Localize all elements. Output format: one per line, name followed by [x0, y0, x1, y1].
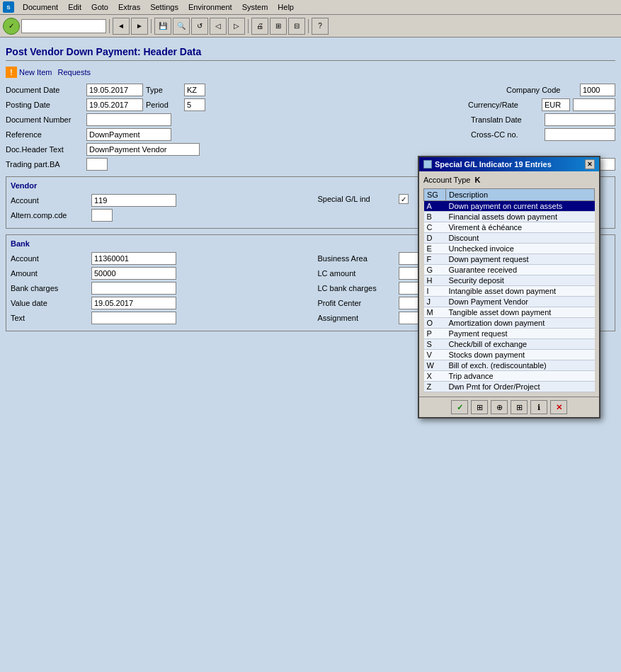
- other-btn[interactable]: ⊟: [288, 18, 305, 35]
- modal-confirm-btn[interactable]: ✓: [451, 400, 468, 414]
- modal-cancel-btn[interactable]: ✕: [550, 400, 567, 414]
- vendor-account-input[interactable]: [91, 194, 176, 207]
- table-row[interactable]: HSecurity deposit: [424, 275, 595, 286]
- table-row[interactable]: VStocks down payment: [424, 350, 595, 360]
- table-row[interactable]: BFinancial assets down payment: [424, 212, 595, 222]
- text-label: Text: [11, 314, 89, 322]
- cross-cc-input[interactable]: [545, 128, 615, 141]
- table-row[interactable]: CVirement à échéance: [424, 222, 595, 233]
- value-date-label: Value date: [11, 299, 89, 307]
- translatn-date-input[interactable]: [545, 113, 615, 126]
- new-item-icon: !: [6, 67, 17, 78]
- lc-amount-label: LC amount: [318, 269, 396, 278]
- back-btn[interactable]: ◄: [113, 18, 130, 35]
- rate-input[interactable]: [573, 98, 615, 111]
- sg-cell: I: [424, 286, 446, 297]
- table-row[interactable]: PPayment request: [424, 329, 595, 339]
- new-item-label: New Item: [19, 68, 52, 76]
- description-cell: Dwn Pmt for Order/Project: [445, 382, 594, 392]
- document-number-input[interactable]: [86, 113, 171, 126]
- menu-environment[interactable]: Environment: [184, 1, 237, 13]
- find-btn[interactable]: 🔍: [173, 18, 190, 35]
- document-number-label: Document Number: [6, 115, 84, 124]
- menu-help[interactable]: Help: [273, 1, 298, 13]
- table-row[interactable]: XTrip advance: [424, 371, 595, 382]
- command-input[interactable]: [21, 19, 106, 33]
- document-date-input[interactable]: [86, 84, 143, 96]
- table-row[interactable]: SCheck/bill of exchange: [424, 339, 595, 350]
- account-type-row: Account Type K: [423, 176, 595, 184]
- sg-cell: S: [424, 339, 446, 350]
- modal-close-btn[interactable]: ✕: [585, 159, 595, 169]
- table-row[interactable]: OAmortization down payment: [424, 318, 595, 329]
- description-cell: Down payment on current assets: [445, 201, 594, 212]
- table-row[interactable]: MTangible asset down payment: [424, 307, 595, 318]
- modal-filter-btn[interactable]: ⊞: [471, 400, 488, 414]
- forward-btn[interactable]: ►: [131, 18, 148, 35]
- altern-comp-input[interactable]: [91, 209, 113, 222]
- value-date-input[interactable]: [91, 297, 176, 309]
- page-title: Post Vendor Down Payment: Header Data: [6, 43, 615, 61]
- bank-account-input[interactable]: [91, 252, 176, 265]
- bank-charges-input[interactable]: [91, 282, 176, 295]
- table-row[interactable]: ADown payment on current assets: [424, 201, 595, 212]
- description-cell: Payment request: [445, 329, 594, 339]
- table-row[interactable]: GGuarantee received: [424, 265, 595, 275]
- table-row[interactable]: FDown payment request: [424, 254, 595, 265]
- vendor-account-row: Account: [11, 194, 304, 207]
- menu-document[interactable]: Document: [18, 1, 62, 13]
- modal-icon: [423, 160, 432, 169]
- sg-indicator-table: SG Description ADown payment on current …: [423, 188, 595, 392]
- trading-part-input[interactable]: [86, 158, 108, 171]
- account-type-label: Account Type: [423, 176, 470, 184]
- special-gl-checkbox[interactable]: ✓: [399, 194, 409, 204]
- sep1: [109, 19, 110, 33]
- modal-search-btn[interactable]: ⊕: [491, 400, 508, 414]
- row-posting-date: Posting Date Period Currency/Rate: [6, 98, 615, 111]
- text-input[interactable]: [91, 312, 176, 324]
- nav-fwd-btn[interactable]: ▷: [228, 18, 245, 35]
- account-type-value: K: [474, 176, 480, 184]
- modal-body: Account Type K SG Description ADown paym…: [419, 171, 599, 397]
- business-area-label: Business Area: [318, 254, 396, 263]
- menu-goto[interactable]: Goto: [87, 1, 113, 13]
- company-code-label: Company Code: [506, 86, 577, 94]
- sep4: [308, 19, 309, 33]
- amount-input[interactable]: [91, 267, 176, 280]
- modal-info-btn[interactable]: ℹ: [530, 400, 547, 414]
- new-item-btn[interactable]: ! New Item: [6, 67, 52, 78]
- help-btn[interactable]: ?: [312, 18, 329, 35]
- menu-edit[interactable]: Edit: [64, 1, 86, 13]
- posting-date-input[interactable]: [86, 98, 143, 111]
- table-row[interactable]: EUnchecked invoice: [424, 244, 595, 254]
- menu-system[interactable]: System: [238, 1, 273, 13]
- requests-label: Requests: [57, 68, 90, 76]
- save-btn[interactable]: 💾: [154, 18, 171, 35]
- sg-cell: J: [424, 297, 446, 307]
- altern-comp-row: Altern.comp.cde: [11, 209, 304, 222]
- translatn-date-label: Translatn Date: [471, 115, 542, 124]
- print-btn[interactable]: 🖨: [251, 18, 268, 35]
- table-row[interactable]: JDown Payment Vendor: [424, 297, 595, 307]
- reference-input[interactable]: [86, 128, 171, 141]
- menu-settings[interactable]: Settings: [146, 1, 183, 13]
- table-row[interactable]: WBill of exch. (rediscountable): [424, 360, 595, 371]
- nav-back-btn[interactable]: ◁: [210, 18, 227, 35]
- menu-extras[interactable]: Extras: [114, 1, 144, 13]
- table-row[interactable]: IIntangible asset down payment: [424, 286, 595, 297]
- modal-grid-btn[interactable]: ⊞: [511, 400, 528, 414]
- sg-cell: E: [424, 244, 446, 254]
- check-btn[interactable]: ✓: [3, 18, 20, 35]
- doc-header-text-input[interactable]: [86, 143, 200, 156]
- description-cell: Amortization down payment: [445, 318, 594, 329]
- period-input[interactable]: [184, 98, 205, 111]
- vendor-account-label: Account: [11, 196, 89, 205]
- refresh-btn[interactable]: ↺: [191, 18, 208, 35]
- company-code-input[interactable]: [580, 84, 615, 96]
- table-row[interactable]: DDiscount: [424, 233, 595, 244]
- requests-btn[interactable]: Requests: [57, 68, 90, 76]
- currency-input[interactable]: [542, 98, 570, 111]
- table-row[interactable]: ZDwn Pmt for Order/Project: [424, 382, 595, 392]
- next-btn[interactable]: ⊞: [270, 18, 287, 35]
- type-input[interactable]: [184, 84, 205, 96]
